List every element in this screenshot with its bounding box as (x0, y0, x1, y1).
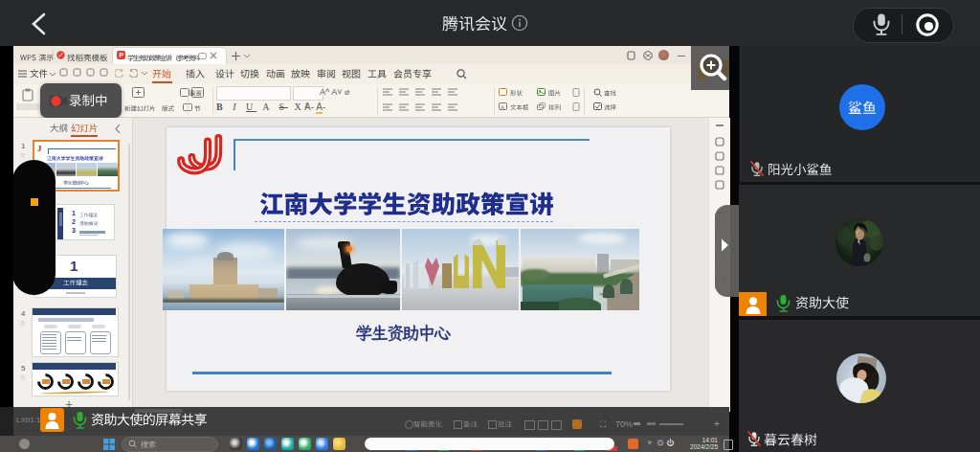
svg-text:A: A (501, 104, 504, 110)
